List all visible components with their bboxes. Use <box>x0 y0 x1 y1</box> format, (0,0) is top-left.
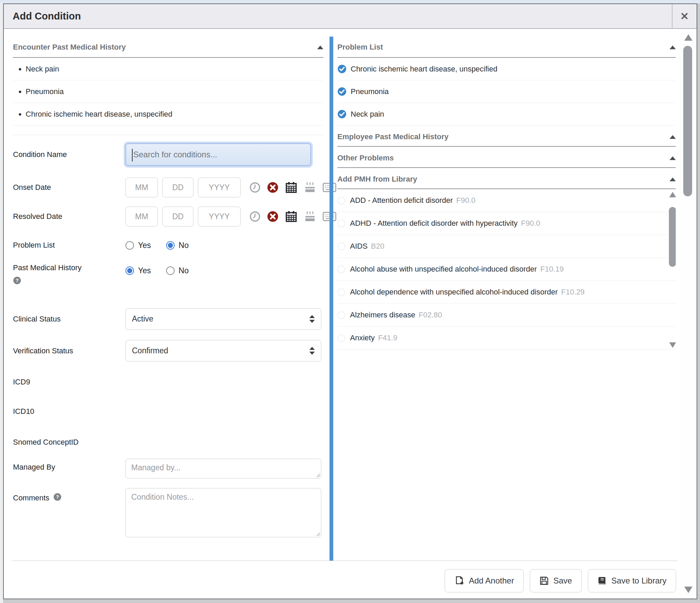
collapse-arrow-icon[interactable] <box>670 156 676 160</box>
collapse-arrow-icon[interactable] <box>317 45 323 49</box>
radio-unchecked-icon[interactable] <box>337 288 345 296</box>
icd-code: F90.0 <box>521 219 540 228</box>
other-problems-title: Other Problems <box>337 154 394 162</box>
calendar-icon[interactable] <box>285 210 297 223</box>
employee-pmh-title: Employee Past Medical History <box>337 132 448 141</box>
managed-by-wrap <box>125 459 321 479</box>
library-item[interactable]: Anxiety F41.9 <box>337 327 676 350</box>
verification-status-value: Confirmed <box>132 346 168 355</box>
comments-label-wrap: Comments ? <box>13 493 125 503</box>
icd-code: F41.9 <box>378 333 397 342</box>
footer-buttons: Add Another Save Save to Library <box>445 569 676 592</box>
snomed-row: Snomed ConceptID <box>13 435 323 450</box>
resolved-date-row: Resolved Date <box>13 207 323 226</box>
pmh-no-option[interactable]: No <box>166 266 189 275</box>
condition-search-input[interactable] <box>126 144 310 165</box>
add-another-button[interactable]: Add Another <box>445 569 524 592</box>
icd-code: F10.19 <box>540 265 564 274</box>
problem-list-yes-option[interactable]: Yes <box>125 241 151 250</box>
help-icon[interactable]: ? <box>53 493 62 503</box>
scroll-up-arrow-icon[interactable] <box>684 34 692 41</box>
modal-scrollbar[interactable] <box>680 29 696 598</box>
text-caret <box>132 149 133 161</box>
library-item[interactable]: ADD - Attention deficit disorder F90.0 <box>337 189 676 212</box>
encounter-pmh-item-label: Pneumonia <box>26 87 64 96</box>
clinical-status-select[interactable]: Active <box>125 308 321 330</box>
radio-unchecked-icon[interactable] <box>125 241 134 250</box>
managed-by-textarea[interactable] <box>125 459 321 479</box>
save-icon <box>539 576 549 586</box>
problem-list-label: Problem List <box>13 241 125 250</box>
pmh-yes-option[interactable]: Yes <box>125 266 151 275</box>
library-item[interactable]: Alcohol abuse with unspecified alcohol-i… <box>337 258 676 281</box>
icd-code: F02.80 <box>419 311 442 319</box>
birthday-cake-icon[interactable] <box>304 210 316 223</box>
encounter-pmh-item: • Neck pain <box>13 58 323 80</box>
collapse-arrow-icon[interactable] <box>670 178 676 181</box>
modal-header: Add Condition ✕ <box>4 4 697 29</box>
resolved-day-input[interactable] <box>162 207 193 226</box>
icd-code: B20 <box>371 242 384 251</box>
radio-unchecked-icon[interactable] <box>337 265 345 273</box>
scroll-down-arrow-icon[interactable] <box>669 342 676 348</box>
onset-year-input[interactable] <box>198 178 241 197</box>
resolved-year-input[interactable] <box>198 207 241 226</box>
verification-status-select[interactable]: Confirmed <box>125 340 321 362</box>
radio-checked-icon[interactable] <box>166 241 175 250</box>
pmh-library-list: ADD - Attention deficit disorder F90.0 A… <box>337 189 676 353</box>
radio-unchecked-icon[interactable] <box>337 197 345 205</box>
radio-unchecked-icon[interactable] <box>337 220 345 227</box>
encounter-pmh-item: • Chronic ischemic heart disease, unspec… <box>13 103 323 126</box>
problem-list-title: Problem List <box>337 43 383 52</box>
radio-checked-icon[interactable] <box>125 266 134 275</box>
clock-icon[interactable] <box>250 182 260 193</box>
scroll-up-arrow-icon[interactable] <box>669 192 676 197</box>
problem-list-item[interactable]: Pneumonia <box>337 80 676 103</box>
collapse-arrow-icon[interactable] <box>670 135 676 139</box>
library-scrollbar[interactable] <box>668 192 676 350</box>
radio-unchecked-icon[interactable] <box>337 311 345 319</box>
radio-unchecked-icon[interactable] <box>337 334 345 342</box>
background-page-strip <box>0 0 700 3</box>
comments-label: Comments <box>13 494 49 502</box>
resolved-month-input[interactable] <box>125 207 158 226</box>
help-icon[interactable]: ? <box>13 276 21 286</box>
save-to-library-button[interactable]: Save to Library <box>588 569 676 592</box>
library-item[interactable]: AIDS B20 <box>337 235 676 258</box>
problem-list-item[interactable]: Neck pain <box>337 103 676 126</box>
clear-date-icon[interactable] <box>267 182 279 193</box>
managed-by-label: Managed By <box>13 463 125 472</box>
collapse-arrow-icon[interactable] <box>670 45 676 49</box>
scrollbar-thumb[interactable] <box>669 207 676 267</box>
icd-code: F90.0 <box>456 196 475 205</box>
comments-textarea[interactable] <box>125 488 321 537</box>
condition-name-label: Condition Name <box>13 150 125 159</box>
employee-pmh-header[interactable]: Employee Past Medical History <box>337 130 676 147</box>
clinical-status-row: Clinical Status Active <box>13 308 323 330</box>
onset-date-icons <box>250 181 336 194</box>
left-panel: Encounter Past Medical History • Neck pa… <box>13 37 323 537</box>
radio-unchecked-icon[interactable] <box>337 242 345 250</box>
clear-date-icon[interactable] <box>267 211 279 222</box>
library-item[interactable]: Alcohol dependence with unspecified alco… <box>337 281 676 304</box>
condition-search-wrap <box>125 143 311 166</box>
other-problems-header[interactable]: Other Problems <box>337 151 676 168</box>
scroll-down-arrow-icon[interactable] <box>684 587 692 593</box>
book-icon <box>597 576 607 586</box>
calendar-icon[interactable] <box>285 181 297 194</box>
add-pmh-library-header[interactable]: Add PMH from Library <box>337 172 676 189</box>
resolved-date-label: Resolved Date <box>13 212 125 221</box>
clock-icon[interactable] <box>250 211 260 222</box>
radio-unchecked-icon[interactable] <box>166 266 175 275</box>
library-item[interactable]: Alzheimers disease F02.80 <box>337 304 676 327</box>
problem-list-row: Problem List Yes No <box>13 237 323 254</box>
library-item[interactable]: ADHD - Attention deficit disorder with h… <box>337 212 676 235</box>
problem-list-item[interactable]: Chronic ischemic heart disease, unspecif… <box>337 58 676 80</box>
onset-month-input[interactable] <box>125 178 158 197</box>
birthday-cake-icon[interactable] <box>304 181 316 194</box>
onset-day-input[interactable] <box>162 178 193 197</box>
close-button[interactable]: ✕ <box>672 4 697 29</box>
problem-list-no-option[interactable]: No <box>166 241 189 250</box>
save-button[interactable]: Save <box>530 569 582 592</box>
scrollbar-thumb[interactable] <box>683 46 692 196</box>
